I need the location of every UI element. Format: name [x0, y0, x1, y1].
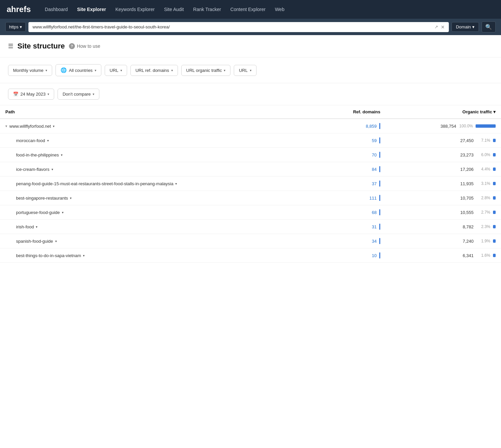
ref-domains-cell: 59 [319, 133, 386, 148]
nav-site-audit[interactable]: Site Audit [159, 0, 188, 19]
path-column-header: Path [0, 105, 319, 119]
table-row: portuguese-food-guide ▾6810,5552.7% [0, 205, 501, 220]
organic-traffic-cell: 388,754100.0% [386, 119, 501, 133]
ref-domains-mini-bar[interactable] [379, 166, 380, 172]
path-expand-chevron[interactable]: ▾ [62, 211, 64, 214]
clear-icon[interactable]: ✕ [441, 24, 445, 30]
ref-domains-value[interactable]: 70 [372, 152, 377, 157]
ref-domains-value[interactable]: 34 [372, 239, 377, 244]
mode-selector[interactable]: Domain ▾ [452, 22, 479, 32]
traffic-bar [476, 124, 496, 128]
table-header-row: Path Ref. domains Organic traffic ▾ [0, 105, 501, 119]
menu-icon[interactable]: ☰ [8, 42, 13, 50]
monthly-volume-filter[interactable]: Monthly volume ▾ [8, 65, 52, 76]
ref-domains-value[interactable]: 10 [372, 253, 377, 258]
date-picker[interactable]: 📅 24 May 2023 ▾ [8, 89, 54, 100]
ref-domains-mini-bar[interactable] [379, 224, 380, 230]
organic-traffic-column-header[interactable]: Organic traffic ▾ [386, 105, 501, 119]
organic-traffic-cell: 7,2401.9% [386, 234, 501, 248]
external-link-icon[interactable]: ↗ [434, 24, 438, 29]
path-expand-chevron[interactable]: ▾ [53, 124, 55, 128]
path-text: portuguese-food-guide [16, 210, 60, 215]
ref-domains-value[interactable]: 59 [372, 138, 377, 143]
nav-dashboard[interactable]: Dashboard [40, 0, 73, 19]
main-content: ☰ Site structure ? How to use Monthly vo… [0, 35, 501, 448]
url-organic-traffic-filter[interactable]: URL organic traffic ▾ [181, 65, 231, 76]
ref-domains-mini-bar[interactable] [379, 137, 380, 143]
url-input-container[interactable]: www.willflyforfood.net/the-first-timers-… [28, 22, 449, 32]
help-icon: ? [69, 43, 75, 49]
url-filter[interactable]: URL ▾ [105, 65, 127, 76]
organic-traffic-cell: 6,3411.6% [386, 248, 501, 263]
traffic-bar [493, 139, 496, 142]
path-expand-chevron[interactable]: ▾ [175, 182, 177, 186]
date-label: 24 May 2023 [20, 92, 45, 97]
path-text: food-in-the-philippines [16, 152, 59, 157]
traffic-value: 27,450 [460, 138, 474, 143]
url-filter-2[interactable]: URL ▾ [234, 65, 256, 76]
ref-domains-value[interactable]: 31 [372, 224, 377, 229]
logo[interactable]: ahrefs [7, 5, 31, 14]
path-expand-chevron[interactable]: ▾ [52, 167, 53, 171]
nav-web[interactable]: Web [270, 0, 289, 19]
path-expand-chevron[interactable]: ▾ [47, 139, 49, 142]
table-row: best-things-to-do-in-sapa-vietnam ▾106,3… [0, 248, 501, 263]
ref-domains-mini-bar[interactable] [379, 152, 380, 158]
page-title: Site structure [17, 42, 65, 50]
url-label: URL [110, 68, 118, 73]
path-cell: moroccan-food ▾ [0, 133, 319, 148]
ref-domains-value[interactable]: 68 [372, 210, 377, 215]
ref-domains-cell: 34 [319, 234, 386, 248]
traffic-value: 388,754 [440, 124, 456, 129]
path-text: spanish-food-guide [16, 239, 53, 244]
ref-domains-mini-bar[interactable] [379, 195, 380, 201]
protocol-label: https [9, 24, 18, 29]
compare-selector[interactable]: Don't compare ▾ [58, 89, 99, 100]
path-expand-chevron[interactable]: ▾ [70, 196, 72, 200]
ref-domains-mini-bar[interactable] [379, 123, 380, 129]
how-to-use-link[interactable]: ? How to use [69, 43, 100, 49]
all-countries-filter[interactable]: 🌐 All countries ▾ [56, 64, 101, 76]
url-chevron: ▾ [120, 69, 122, 72]
ref-domains-mini-bar[interactable] [379, 252, 380, 258]
ref-domains-value[interactable]: 111 [370, 196, 377, 201]
ref-domains-mini-bar[interactable] [379, 209, 380, 215]
path-text: best-things-to-do-in-sapa-vietnam [16, 253, 81, 258]
url-organic-traffic-label: URL organic traffic [186, 68, 222, 73]
path-cell: best-singapore-restaurants ▾ [0, 191, 319, 205]
monthly-volume-label: Monthly volume [13, 68, 43, 73]
ref-domains-mini-bar[interactable] [379, 181, 380, 187]
ref-domains-value[interactable]: 8,859 [366, 124, 377, 129]
url-chevron-2: ▾ [250, 69, 252, 72]
ref-domains-value[interactable]: 84 [372, 167, 377, 172]
collapse-icon[interactable]: ▾ [5, 124, 7, 128]
path-expand-chevron[interactable]: ▾ [55, 239, 57, 243]
ref-domains-mini-bar[interactable] [379, 238, 380, 244]
traffic-percent: 1.9% [476, 239, 490, 243]
table-row: penang-food-guide-15-must-eat-restaurant… [0, 177, 501, 191]
organic-traffic-cell: 10,7052.8% [386, 191, 501, 205]
path-expand-chevron[interactable]: ▾ [83, 254, 85, 257]
path-cell: ice-cream-flavors ▾ [0, 162, 319, 177]
nav-keywords-explorer[interactable]: Keywords Explorer [111, 0, 160, 19]
traffic-percent: 3.1% [476, 181, 490, 186]
top-nav: ahrefs Dashboard Site Explorer Keywords … [0, 0, 501, 19]
path-expand-chevron[interactable]: ▾ [61, 153, 63, 157]
traffic-percent: 2.8% [476, 196, 490, 200]
nav-content-explorer[interactable]: Content Explorer [226, 0, 270, 19]
protocol-selector[interactable]: https ▾ [5, 22, 26, 32]
traffic-value: 10,705 [460, 196, 474, 201]
nav-site-explorer[interactable]: Site Explorer [73, 0, 111, 19]
nav-rank-tracker[interactable]: Rank Tracker [189, 0, 226, 19]
search-button[interactable]: 🔍 [482, 21, 496, 32]
table-row: moroccan-food ▾5927,4507.1% [0, 133, 501, 148]
path-expand-chevron[interactable]: ▾ [36, 225, 37, 229]
organic-traffic-cell: 10,5552.7% [386, 205, 501, 220]
how-to-use-label: How to use [77, 43, 100, 49]
mode-chevron: ▾ [472, 24, 475, 29]
url-ref-domains-filter[interactable]: URL ref. domains ▾ [130, 65, 178, 76]
ref-domains-value[interactable]: 37 [372, 181, 377, 186]
path-text: moroccan-food [16, 138, 45, 143]
ref-domains-column-header: Ref. domains [319, 105, 386, 119]
ref-domains-cell: 37 [319, 177, 386, 191]
